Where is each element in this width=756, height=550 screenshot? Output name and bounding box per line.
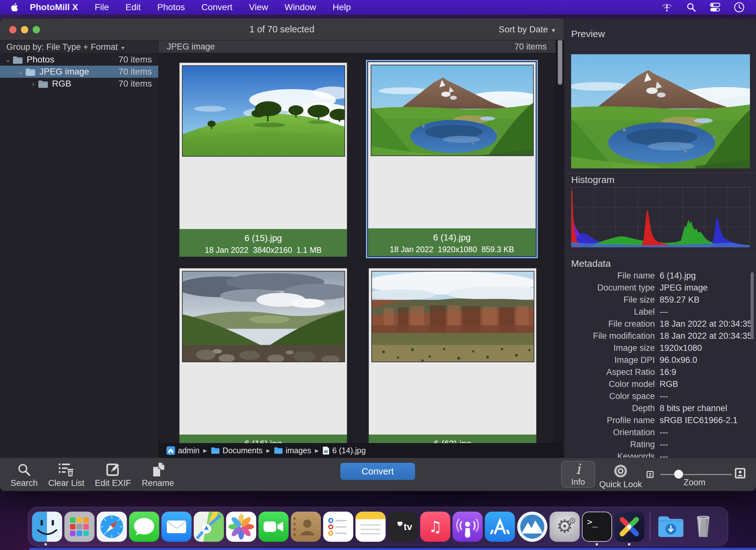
dock-podcasts-icon[interactable] [453, 512, 483, 542]
svg-text:tv: tv [404, 521, 412, 532]
preview-title: Preview [571, 29, 605, 39]
quick-look-button[interactable]: Quick Look [598, 461, 643, 488]
info-button[interactable]: i Info [561, 461, 595, 488]
dock-settings-icon[interactable]: ⚙⚙ [550, 512, 580, 542]
zoom-slider-track[interactable] [660, 474, 732, 475]
grid-section-header: JPEG image 70 items [159, 40, 556, 53]
dock-trash-icon[interactable] [688, 512, 718, 542]
group-by-button[interactable]: Group by: File Type + Format▼ [0, 40, 158, 54]
metadata-row: Rating--- [564, 438, 749, 450]
dock-terminal-icon[interactable]: >_ [582, 512, 612, 542]
sort-by-button[interactable]: Sort by Date▼ [499, 18, 556, 40]
sidebar-item-photos[interactable]: ⌄ Photos 70 items [0, 54, 158, 66]
photo-card-label: 6 (63).jpg [369, 435, 536, 443]
menu-item-help[interactable]: Help [333, 2, 351, 12]
grid-scrollbar-thumb[interactable] [558, 40, 562, 85]
dock-safari-icon[interactable] [97, 512, 127, 542]
dock-reminders-icon[interactable] [323, 512, 353, 542]
dock-maps-icon[interactable] [194, 512, 224, 542]
menu-app-name[interactable]: PhotoMill X [30, 2, 78, 12]
photo-card-6-16[interactable]: 6 (16).jpg [179, 268, 347, 443]
breadcrumb: admin ▶ Documents ▶ images [159, 443, 564, 458]
photo-thumbnail [371, 65, 534, 156]
menu-status-icons [661, 0, 745, 15]
rename-button[interactable]: Rename [136, 458, 180, 491]
dock: tv ♫ ⚙⚙ >_ [28, 507, 728, 546]
metadata-row: Color modelRGB [564, 378, 749, 390]
convert-button[interactable]: Convert [340, 463, 415, 480]
metadata-scrollbar-thumb[interactable] [751, 272, 754, 339]
info-icon: i [562, 461, 595, 477]
breadcrumb-item-admin[interactable]: admin [166, 446, 199, 455]
photo-card-6-14[interactable]: 6 (14).jpg 18 Jan 2022 1920x1080 859.3 K… [368, 62, 536, 256]
dock-music-icon[interactable]: ♫ [420, 512, 450, 542]
apple-menu-icon[interactable] [11, 3, 19, 12]
edit-exif-icon [91, 462, 135, 478]
metadata-row: Document typeJPEG image [564, 282, 749, 294]
clear-list-button[interactable]: Clear List [44, 458, 88, 491]
search-button[interactable]: Search [4, 458, 44, 491]
histogram-chart [571, 187, 750, 247]
home-icon [166, 446, 175, 455]
menu-item-file[interactable]: File [95, 2, 109, 12]
clock-icon[interactable] [734, 2, 745, 13]
zoom-out-image-icon[interactable] [646, 471, 654, 478]
background-window-edge [29, 548, 756, 550]
menu-item-view[interactable]: View [249, 2, 268, 12]
dock-facetime-icon[interactable] [258, 512, 289, 542]
section-title: JPEG image [167, 42, 215, 51]
menu-item-edit[interactable]: Edit [126, 2, 141, 12]
dock-messages-icon[interactable] [129, 512, 159, 542]
search-icon[interactable] [686, 2, 696, 12]
zoom-control: Zoom [641, 458, 755, 491]
dock-finder-icon[interactable] [32, 512, 62, 542]
zoom-slider-knob[interactable] [674, 470, 683, 479]
menu-item-convert[interactable]: Convert [201, 2, 232, 12]
dock-photomill-x-icon[interactable] [614, 512, 644, 542]
breadcrumb-item-images[interactable]: images [274, 446, 311, 455]
menu-bar: PhotoMill X File Edit Photos Convert Vie… [0, 0, 756, 15]
image-file-icon [323, 446, 329, 455]
breadcrumb-item-documents[interactable]: Documents [211, 446, 263, 455]
wifi-alert-icon[interactable] [661, 2, 673, 13]
dock-photos-icon[interactable] [226, 512, 256, 542]
control-center-icon[interactable] [710, 3, 720, 12]
dock-mail-icon[interactable] [161, 512, 192, 542]
photo-card-6-15[interactable]: 6 (15).jpg 18 Jan 2022 3840x2160 1.1 MB [179, 62, 347, 257]
menu-item-photos[interactable]: Photos [157, 2, 185, 12]
sidebar-item-label: JPEG image [39, 67, 89, 77]
item-count: 70 items [118, 79, 152, 89]
chevron-down-icon[interactable]: ⌄ [3, 56, 13, 63]
breadcrumb-item-file[interactable]: 6 (14).jpg [323, 446, 366, 455]
zoom-label: Zoom [672, 478, 717, 488]
item-count: 70 items [118, 55, 152, 65]
sidebar-item-rgb[interactable]: › RGB 70 items [0, 78, 158, 90]
svg-text:♫: ♫ [428, 518, 442, 535]
dock-appstore-icon[interactable] [485, 512, 515, 542]
dock-launchpad-icon[interactable] [64, 512, 95, 542]
rename-icon [136, 462, 180, 478]
dock-contacts-icon[interactable] [291, 512, 321, 542]
metadata-row: Profile namesRGB IEC61966-2.1 [564, 414, 749, 426]
sidebar-item-jpeg-image[interactable]: ⌄ JPEG image 70 items [0, 66, 158, 78]
metadata-row: Depth8 bits per channel [564, 402, 749, 414]
photo-card-6-63[interactable]: 6 (63).jpg [368, 268, 537, 443]
dock-downloads-folder-icon[interactable] [656, 512, 686, 542]
breadcrumb-separator-icon: ▶ [203, 448, 207, 454]
photomill-window: 1 of 70 selected Sort by Date▼ Group by:… [0, 18, 756, 491]
metadata-row: Orientation--- [564, 426, 749, 438]
edit-exif-button[interactable]: Edit EXIF [91, 458, 135, 491]
running-indicator-dot [628, 543, 630, 546]
dock-notes-icon[interactable] [355, 512, 386, 542]
dock-tv-icon[interactable]: tv [388, 512, 418, 542]
chevron-right-icon[interactable]: › [29, 80, 38, 88]
photo-filename: 6 (14).jpg [368, 232, 536, 243]
menu-item-window[interactable]: Window [284, 2, 316, 12]
dock-separator [650, 512, 650, 541]
zoom-in-image-icon[interactable] [734, 468, 746, 479]
photo-card-label: 6 (15).jpg 18 Jan 2022 3840x2160 1.1 MB [179, 229, 347, 257]
panel-divider [564, 255, 756, 255]
metadata-row: File name6 (14).jpg [564, 270, 749, 282]
dock-photomill-icon[interactable] [517, 512, 547, 542]
chevron-down-icon[interactable]: ⌄ [16, 68, 25, 75]
